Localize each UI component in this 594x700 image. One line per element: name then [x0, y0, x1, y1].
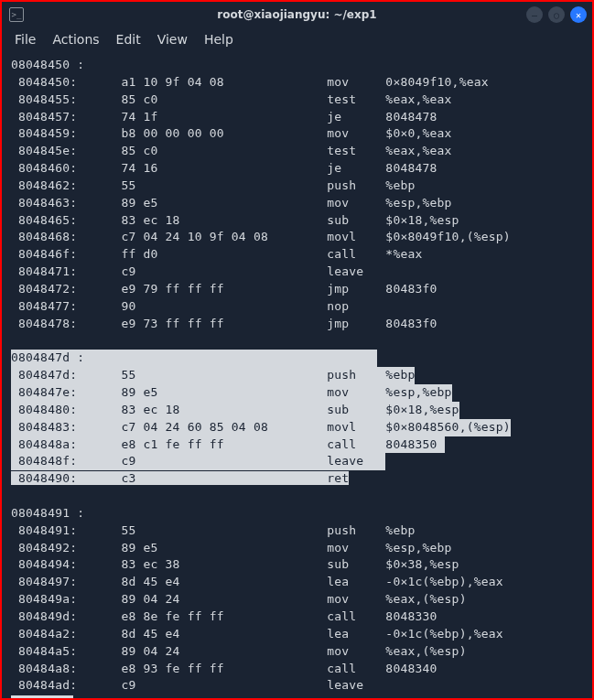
- section-header: 08048491 :: [11, 506, 84, 520]
- menu-help[interactable]: Help: [204, 32, 233, 47]
- disasm-line: 804849a: 89 04 24 mov %eax,(%esp): [11, 592, 467, 606]
- pager-more[interactable]: --More--: [11, 695, 73, 700]
- minimize-button[interactable]: –: [526, 6, 543, 23]
- disasm-line: 80484a2: 8d 45 e4 lea -0×1c(%ebp),%eax: [11, 627, 503, 641]
- disasm-line: 8048457: 74 1f je 8048478: [11, 110, 445, 124]
- window-controls: – ○ ✕: [526, 6, 587, 23]
- terminal-icon: >_: [9, 7, 24, 22]
- disasm-line-highlight: 804847d: 55 push %ebp: [11, 367, 415, 384]
- titlebar: >_ root@xiaojiangyu: ~/exp1 – ○ ✕: [2, 2, 592, 27]
- disasm-line: 8048462: 55 push %ebp: [11, 178, 415, 192]
- disasm-line: 8048491: 55 push %ebp: [11, 523, 415, 537]
- disasm-line-highlight: 8048483: c7 04 24 60 85 04 08 movl $0×80…: [11, 419, 511, 436]
- disasm-line: 8048465: 83 ec 18 sub $0×18,%esp: [11, 213, 459, 227]
- menu-actions[interactable]: Actions: [52, 32, 99, 47]
- disasm-line: 80484a5: 89 04 24 mov %eax,(%esp): [11, 644, 467, 658]
- disasm-line: 8048497: 8d 45 e4 lea -0×1c(%ebp),%eax: [11, 575, 503, 588]
- disasm-line: 804845e: 85 c0 test %eax,%eax: [11, 144, 452, 157]
- disasm-line: 8048460: 74 16 je 8048478: [11, 161, 445, 175]
- menu-file[interactable]: File: [15, 32, 36, 47]
- terminal-output[interactable]: 08048450 : 8048450: a1 10 9f 04 08 mov 0…: [2, 51, 592, 700]
- disasm-line: 8048478: e9 73 ff ff ff jmp 80483f0: [11, 317, 445, 330]
- disasm-line: 8048477: 90 nop: [11, 299, 385, 313]
- disasm-line: 8048463: 89 e5 mov %esp,%ebp: [11, 196, 452, 210]
- window-title: root@xiaojiangyu: ~/exp1: [217, 8, 376, 21]
- menubar: File Actions Edit View Help: [2, 27, 592, 51]
- disasm-line: 8048494: 83 ec 38 sub $0×38,%esp: [11, 557, 459, 571]
- disasm-line: 804849d: e8 8e fe ff ff call 8048330: [11, 609, 445, 623]
- section-header: 08048450 :: [11, 58, 84, 71]
- disasm-line: 8048450: a1 10 9f 04 08 mov 0×8049f10,%e…: [11, 75, 489, 89]
- disasm-line-highlight: 8048480: 83 ec 18 sub $0×18,%esp: [11, 402, 459, 419]
- disasm-line-highlight-partial: 8048490: c3 ret: [11, 471, 385, 485]
- disasm-line-highlight: 804848a: e8 c1 fe ff ff call 8048350: [11, 436, 445, 454]
- disasm-line-highlight: 804847e: 89 e5 mov %esp,%ebp: [11, 384, 452, 402]
- maximize-button[interactable]: ○: [548, 6, 565, 23]
- menu-edit[interactable]: Edit: [116, 32, 141, 47]
- disasm-line: 80484a8: e8 93 fe ff ff call 8048340: [11, 662, 445, 675]
- disasm-line: 8048455: 85 c0 test %eax,%eax: [11, 92, 452, 106]
- menu-view[interactable]: View: [157, 32, 188, 47]
- disasm-line: 8048472: e9 79 ff ff ff jmp 80483f0: [11, 282, 445, 296]
- section-header-highlight: 0804847d :: [11, 350, 377, 367]
- disasm-line: 8048492: 89 e5 mov %esp,%ebp: [11, 541, 452, 555]
- disasm-line: 804846f: ff d0 call *%eax: [11, 247, 423, 261]
- close-button[interactable]: ✕: [570, 6, 587, 23]
- disasm-line: 80484ad: c9 leave: [11, 678, 385, 692]
- disasm-line: 8048468: c7 04 24 10 9f 04 08 movl $0×80…: [11, 230, 511, 243]
- disasm-line: 8048471: c9 leave: [11, 264, 385, 278]
- disasm-line: 8048459: b8 00 00 00 00 mov $0×0,%eax: [11, 126, 452, 140]
- disasm-line-highlight: 804848f: c9 leave: [11, 453, 385, 470]
